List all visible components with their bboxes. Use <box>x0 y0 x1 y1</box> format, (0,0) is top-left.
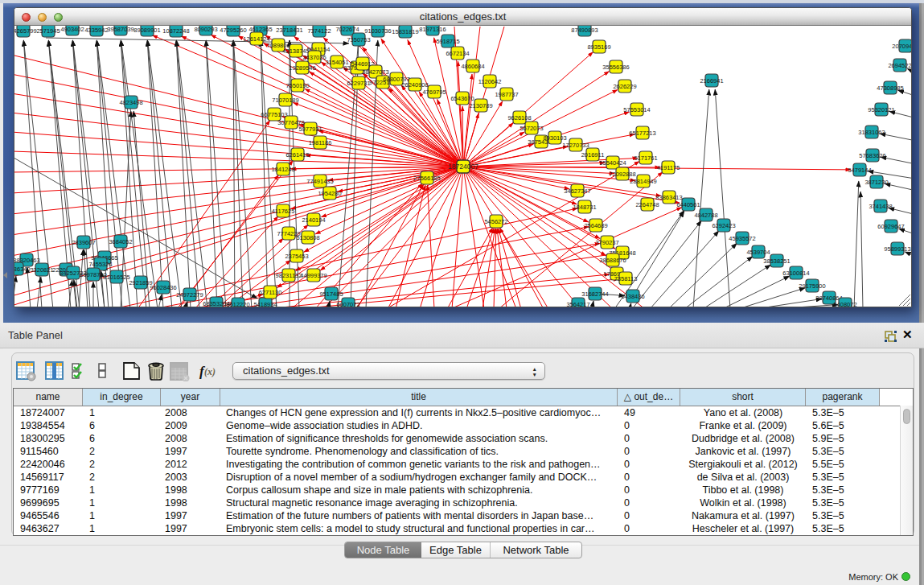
svg-text:2694522: 2694522 <box>888 62 911 69</box>
svg-text:4769795: 4769795 <box>422 89 446 96</box>
svg-text:95320121: 95320121 <box>868 106 894 113</box>
svg-text:6007072: 6007072 <box>336 301 359 307</box>
svg-text:3790237: 3790237 <box>595 239 618 246</box>
svg-text:8930103: 8930103 <box>543 134 566 142</box>
svg-text:4842788: 4842788 <box>694 212 717 219</box>
svg-text:7022674: 7022674 <box>335 26 359 33</box>
svg-text:4539704: 4539704 <box>746 249 770 256</box>
svg-text:(x): (x) <box>204 366 216 377</box>
svg-text:3684052: 3684052 <box>109 238 132 245</box>
svg-text:2016911: 2016911 <box>581 151 605 159</box>
svg-text:6672134: 6672134 <box>446 50 469 57</box>
svg-text:5672073: 5672073 <box>519 125 543 132</box>
svg-text:6229731: 6229731 <box>347 80 370 87</box>
svg-text:4860684: 4860684 <box>461 63 484 70</box>
svg-text:8612220: 8612220 <box>226 301 249 307</box>
svg-text:55540424: 55540424 <box>599 159 626 167</box>
svg-text:4191175: 4191175 <box>657 164 680 171</box>
svg-text:2264748: 2264748 <box>635 201 659 208</box>
svg-text:89089901: 89089901 <box>133 27 160 34</box>
svg-text:4117625: 4117625 <box>272 208 295 215</box>
svg-text:31682744: 31682744 <box>581 290 608 298</box>
svg-text:3871230: 3871230 <box>864 179 888 186</box>
svg-text:1987737: 1987737 <box>495 91 518 98</box>
svg-text:19289546: 19289546 <box>289 64 315 72</box>
svg-text:6543670: 6543670 <box>450 95 474 102</box>
svg-text:44999379: 44999379 <box>300 272 326 279</box>
svg-text:98231132: 98231132 <box>276 272 302 279</box>
svg-text:2564689: 2564689 <box>584 222 607 229</box>
svg-text:58586340: 58586340 <box>14 266 31 273</box>
svg-text:63100814: 63100814 <box>782 270 809 277</box>
svg-text:45935572: 45935572 <box>729 235 755 242</box>
svg-text:20709497: 20709497 <box>892 43 911 50</box>
svg-text:2839607: 2839607 <box>72 239 95 246</box>
svg-text:5418934: 5418934 <box>253 301 277 307</box>
svg-text:5130808: 5130808 <box>296 234 319 241</box>
svg-text:57683626: 57683626 <box>859 152 885 159</box>
svg-text:14265799: 14265799 <box>14 27 37 35</box>
svg-text:81016525: 81016525 <box>103 274 129 281</box>
svg-text:38688676: 38688676 <box>599 257 626 264</box>
svg-text:47308985: 47308985 <box>877 84 903 92</box>
svg-text:4903402: 4903402 <box>60 26 84 33</box>
svg-text:5918715: 5918715 <box>436 38 459 45</box>
svg-text:28814949: 28814949 <box>630 178 656 185</box>
svg-text:84252722: 84252722 <box>60 270 86 277</box>
svg-text:5408072: 5408072 <box>833 301 856 307</box>
svg-text:1848731: 1848731 <box>573 204 596 211</box>
svg-text:26240908: 26240908 <box>401 81 428 89</box>
svg-text:24972279: 24972279 <box>176 291 203 299</box>
svg-text:7350753: 7350753 <box>347 36 370 43</box>
svg-text:5171761: 5171761 <box>634 154 657 162</box>
svg-text:91030736: 91030736 <box>364 27 391 35</box>
svg-text:1954280: 1954280 <box>318 190 341 197</box>
svg-text:27566185: 27566185 <box>413 175 440 182</box>
svg-text:2921859: 2921859 <box>129 279 152 286</box>
svg-text:39587039: 39587039 <box>107 26 133 33</box>
svg-text:77491435: 77491435 <box>306 178 333 185</box>
svg-text:2166941: 2166941 <box>700 77 723 84</box>
svg-text:6292423: 6292423 <box>712 222 735 229</box>
svg-text:8090293: 8090293 <box>194 26 217 33</box>
svg-text:5977931: 5977931 <box>298 126 322 133</box>
svg-text:96028436: 96028436 <box>150 284 176 291</box>
svg-text:2571945: 2571945 <box>36 27 60 35</box>
svg-text:7374122: 7374122 <box>307 27 331 35</box>
svg-text:72092888: 72092888 <box>609 171 635 178</box>
svg-text:3741438: 3741438 <box>869 203 892 210</box>
svg-text:38427073: 38427073 <box>362 68 388 76</box>
svg-text:35556386: 35556386 <box>602 64 629 71</box>
svg-text:2626229: 2626229 <box>613 83 636 90</box>
svg-text:7550190: 7550190 <box>285 82 309 89</box>
svg-text:23718431: 23718431 <box>276 27 302 34</box>
svg-text:1120642: 1120642 <box>478 78 502 85</box>
svg-text:29175900: 29175900 <box>799 282 825 290</box>
svg-text:81971316: 81971316 <box>419 26 446 33</box>
svg-text:71070189: 71070189 <box>272 97 298 104</box>
svg-text:3320821: 3320821 <box>30 266 53 274</box>
svg-text:66775103: 66775103 <box>261 111 287 118</box>
svg-text:2375453: 2375453 <box>285 253 308 260</box>
svg-text:6440561: 6440561 <box>676 201 700 208</box>
svg-text:60929647: 60929647 <box>877 223 904 230</box>
svg-text:7358113: 7358113 <box>614 275 638 282</box>
svg-text:38538251: 38538251 <box>763 257 790 265</box>
svg-text:5456272: 5456272 <box>484 218 507 225</box>
svg-text:2140194: 2140194 <box>302 216 325 224</box>
svg-text:5479144: 5479144 <box>848 167 871 174</box>
svg-text:18724007: 18724007 <box>448 163 478 171</box>
svg-text:1841248: 1841248 <box>271 166 294 173</box>
svg-text:3564217: 3564217 <box>566 301 589 307</box>
svg-text:15831819: 15831819 <box>392 28 418 35</box>
svg-text:2437026: 2437026 <box>302 54 326 61</box>
svg-text:6438436: 6438436 <box>621 293 644 300</box>
svg-text:2130789: 2130789 <box>469 102 492 109</box>
svg-text:83863413: 83863413 <box>655 194 682 201</box>
svg-text:8935169: 8935169 <box>587 43 610 51</box>
svg-text:6271130: 6271130 <box>259 289 282 296</box>
svg-text:47295260: 47295260 <box>220 27 246 34</box>
svg-text:9626108: 9626108 <box>507 114 531 122</box>
svg-text:17270733: 17270733 <box>562 142 589 149</box>
svg-text:65177213: 65177213 <box>629 130 655 137</box>
